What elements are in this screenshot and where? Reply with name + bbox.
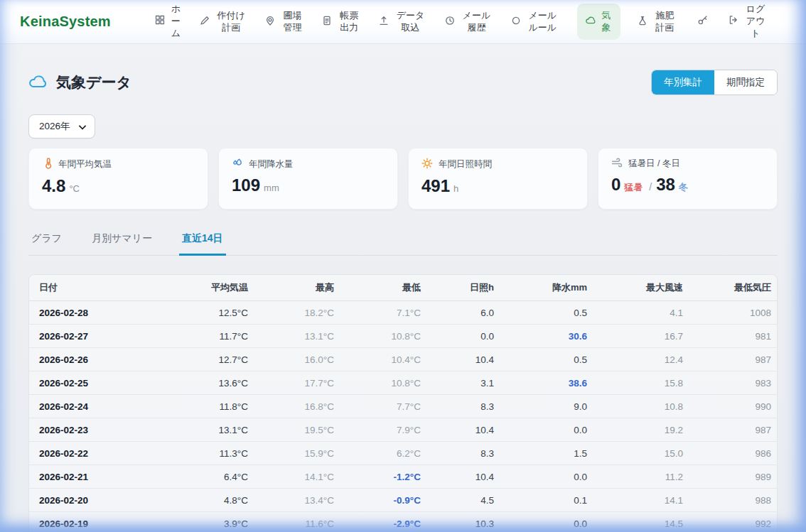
cell-min-temp: -0.9°C [334,495,421,506]
nav-item-mail-rules[interactable]: メールルール [511,10,559,34]
table-row: 2026-02-19 3.9°C 11.6°C -2.9°C 10.3 0.0 … [29,512,777,532]
nav-item-label: データ取込 [394,10,427,34]
cell-date: 2026-02-19 [35,519,181,529]
cell-max-wind: 19.2 [587,425,683,435]
table-row: 2026-02-22 11.3°C 15.9°C 6.2°C 8.3 1.5 1… [29,442,777,465]
hot-days-label: 猛暑 [624,182,643,192]
cell-sunshine: 10.4 [421,472,494,482]
stat-cards: 年間平均気温 4.8°C 年間降水量 109mm 年間日照時間 491h 猛暑日… [28,148,778,210]
cell-min-pressure: 988 [683,495,771,506]
cell-max-wind: 15.8 [587,378,683,389]
cell-rain: 0.0 [494,519,587,529]
key-icon [697,15,708,28]
wind-icon [611,158,623,170]
nav-item-label: 帳票出力 [337,10,361,34]
cell-min-temp: 7.7°C [334,401,421,412]
yearly-summary-button[interactable]: 年別集計 [652,70,714,94]
nav-item-mail-history[interactable]: メール履歴 [445,10,493,34]
cell-date: 2026-02-27 [35,331,181,342]
cell-date: 2026-02-28 [35,308,181,318]
cell-sunshine: 10.3 [421,519,494,529]
cell-sunshine: 6.0 [421,308,494,318]
year-select[interactable]: 2026年 [28,114,95,139]
cell-sunshine: 10.4 [421,354,494,365]
sun-icon [421,158,433,171]
table-row: 2026-02-21 6.4°C 14.1°C -1.2°C 10.4 0.0 … [29,465,777,489]
nav-item-label: メール履歴 [460,10,493,34]
cell-min-pressure: 989 [683,472,771,482]
cell-rain: 0.0 [494,425,587,435]
brand-logo[interactable]: KeinaSystem [20,13,111,30]
nav-item-planting-plan[interactable]: 作付け計画 [200,10,248,34]
col-header-max: 最高 [248,281,334,294]
cell-sunshine: 3.1 [421,378,494,389]
nav-item-label: 作付け計画 [215,10,248,34]
cell-min-pressure: 986 [683,448,771,459]
cell-min-pressure: 990 [683,401,771,412]
nav-item-weather[interactable]: 気象 [577,4,620,40]
stat-label: 年間平均気温 [58,158,112,170]
stat-value: 491 [421,176,450,195]
cell-avg-temp: 12.7°C [181,354,248,365]
cell-min-temp: -1.2°C [334,472,421,482]
cell-rain: 0.5 [494,308,587,318]
col-header-date: 日付 [35,281,181,294]
nav-item-label: ホーム [170,4,182,40]
thermometer-icon [42,158,53,171]
col-header-min: 最低 [334,281,421,294]
nav-item-report-output[interactable]: 帳票出力 [322,10,361,34]
cell-max-temp: 11.6°C [248,519,334,529]
nav-item-fertilization-plan[interactable]: 施肥計画 [638,10,677,34]
cell-avg-temp: 12.5°C [181,308,248,318]
cell-min-temp: 7.1°C [334,308,421,318]
cell-min-pressure: 987 [683,425,771,435]
cell-max-temp: 14.1°C [248,472,334,482]
table-row: 2026-02-20 4.8°C 13.4°C -0.9°C 4.5 0.1 1… [29,489,777,512]
cell-rain: 0.1 [494,495,587,506]
password-key-button[interactable] [694,12,711,31]
cell-max-temp: 16.0°C [248,354,334,365]
tab-graph[interactable]: グラフ [28,228,65,256]
cell-min-pressure: 987 [683,354,771,365]
cell-max-temp: 13.1°C [248,331,334,342]
cell-max-wind: 4.1 [587,308,683,318]
period-select-button[interactable]: 期間指定 [714,70,777,94]
stat-card-extreme-days: 猛暑日 / 冬日 0猛暑/38冬 [598,148,778,210]
weather-table: 日付 平均気温 最高 最低 日照h 降水mm 最大風速 最低気圧 2026-02… [28,274,778,532]
cell-rain: 9.0 [494,401,587,412]
cell-max-wind: 15.0 [587,448,683,459]
nav-item-data-import[interactable]: データ取込 [379,10,427,34]
history-clock-icon [445,16,455,28]
droplets-icon [232,158,243,170]
nav-item-home[interactable]: ホーム [155,4,182,40]
chevron-down-icon [79,121,86,132]
nav-item-logout[interactable]: ログアウト [729,4,768,40]
cell-rain: 30.6 [494,331,587,342]
cell-avg-temp: 6.4°C [181,472,248,482]
cloud-icon [585,16,596,28]
nav-item-field-management[interactable]: 圃場管理 [265,10,304,34]
logout-icon [729,15,738,28]
stat-card-avg-temp: 年間平均気温 4.8°C [28,148,208,210]
cell-date: 2026-02-25 [35,378,181,389]
cell-min-temp: 6.2°C [334,448,421,459]
tab-last-14-days[interactable]: 直近14日 [179,228,226,256]
cell-avg-temp: 13.6°C [181,378,248,389]
stat-unit: h [453,183,458,194]
cell-min-temp: 10.4°C [334,354,421,365]
cell-max-wind: 10.8 [587,401,683,412]
cell-avg-temp: 3.9°C [181,519,248,529]
table-row: 2026-02-26 12.7°C 16.0°C 10.4°C 10.4 0.5… [29,348,777,371]
cell-max-temp: 19.5°C [248,425,334,435]
col-header-avg-temp: 平均気温 [181,281,248,294]
cell-min-temp: 7.9°C [334,425,421,435]
stat-value: 4.8 [42,176,65,195]
cell-max-temp: 18.2°C [248,308,334,318]
hot-days-value: 0 [611,175,620,194]
nav-items: ホーム 作付け計画 圃場管理 帳票出力 データ取込 メール履歴 メールルール [155,4,768,40]
view-toggle: 年別集計 期間指定 [651,70,778,95]
tab-monthly-summary[interactable]: 月別サマリー [89,228,155,256]
cell-min-pressure: 992 [683,519,771,529]
top-nav: KeinaSystem ホーム 作付け計画 圃場管理 帳票出力 データ取込 メー… [0,0,806,44]
bell-icon [511,16,521,28]
